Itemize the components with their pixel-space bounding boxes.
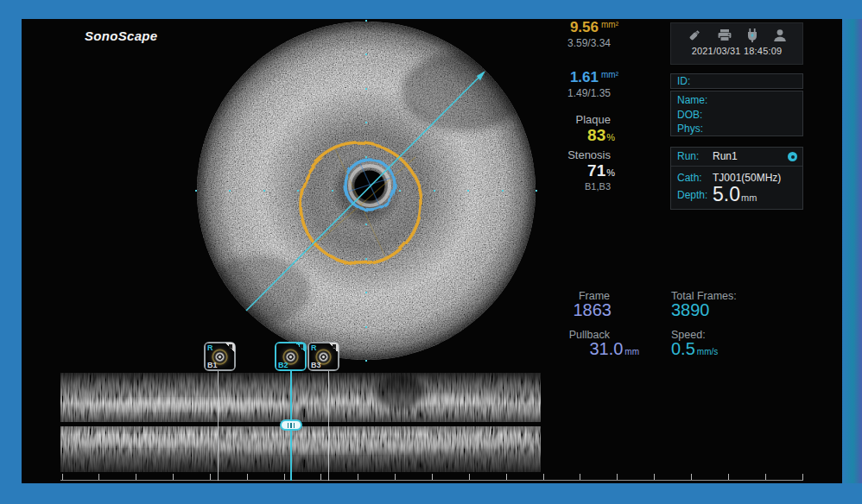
vessel-diameters: 3.59/3.34 <box>567 37 611 49</box>
ruler-tick <box>136 474 136 480</box>
bookmark-thumb-b3[interactable]: R B3 <box>307 342 339 371</box>
stenosis-reference-bookmarks: B1,B3 <box>585 181 611 192</box>
lumen-diameters: 1.49/1.35 <box>567 87 611 99</box>
scale-grid-dot <box>365 360 367 362</box>
ruler-tick <box>543 474 544 480</box>
frame-value: 1863 <box>574 300 612 320</box>
frame-slider-handle[interactable] <box>280 419 302 431</box>
ruler-tick <box>320 474 321 480</box>
vessel-area-unit: mm² <box>601 20 618 29</box>
scale-grid-dot <box>365 258 367 260</box>
toolbar-icon-row <box>671 23 802 43</box>
plaque-value: 83% <box>587 126 615 145</box>
ruler-tick <box>506 474 507 480</box>
scale-grid-dot <box>365 20 367 22</box>
stenosis-value: 71% <box>587 161 615 180</box>
depth-label: Depth: <box>677 189 707 201</box>
bookmark-thumb-b2[interactable]: B2 <box>275 342 307 371</box>
patient-info-panel: Name: DOB: Phys: <box>670 91 803 136</box>
patient-name-label: Name: <box>677 93 802 108</box>
power-plug-icon[interactable] <box>745 28 759 43</box>
ild-bottom-strip[interactable] <box>60 426 541 472</box>
recorded-marker: R <box>311 343 317 352</box>
user-icon[interactable] <box>772 28 788 43</box>
ruler-tick <box>654 474 655 480</box>
bookmark-line-b3[interactable] <box>328 371 329 481</box>
plaque-unit: % <box>606 132 615 142</box>
datetime-stamp: 2021/03/31 18:45:09 <box>671 46 802 56</box>
recorded-marker: R <box>207 343 213 352</box>
ruler-tick <box>358 474 358 480</box>
run-value: Run1 <box>713 148 738 165</box>
vessel-area-number: 9.56 <box>570 19 599 35</box>
scale-grid-dot <box>195 190 197 192</box>
scale-grid-dot <box>332 190 333 192</box>
brand-logo: SonoScape <box>85 28 157 43</box>
vessel-area-value: 9.56mm² <box>570 19 618 36</box>
pullback-value: 31.0mm <box>589 339 639 359</box>
usb-drive-icon[interactable] <box>686 28 703 43</box>
speed-number: 0.5 <box>671 339 695 358</box>
stenosis-unit: % <box>606 167 615 178</box>
run-info-panel: Run: Run1 Cath: TJ001(50MHz) Depth: 5.0m… <box>670 147 803 210</box>
ruler-tick <box>395 474 396 480</box>
plaque-label: Plaque <box>576 113 611 126</box>
speed-unit: mm/s <box>697 347 718 356</box>
pullback-number: 31.0 <box>589 339 623 358</box>
pullback-ruler <box>60 480 803 481</box>
scale-grid-dot <box>502 190 504 192</box>
total-frames-value: 3890 <box>671 300 710 320</box>
run-selector-row[interactable]: Run: Run1 <box>671 148 802 167</box>
scale-grid-dot <box>365 54 367 55</box>
catheter-label: Cath: <box>677 171 702 185</box>
patient-id-row: ID: <box>670 73 803 89</box>
scale-grid-dot <box>365 122 367 123</box>
shadow-region <box>206 255 310 324</box>
stenosis-number: 71 <box>587 161 605 180</box>
ruler-tick <box>62 474 63 480</box>
ruler-tick <box>580 474 580 480</box>
lumen-area-unit: mm² <box>601 70 618 79</box>
ruler-tick <box>802 474 803 480</box>
ruler-tick <box>765 474 766 480</box>
scale-grid-dot <box>263 190 265 192</box>
scale-grid-dot <box>297 190 299 192</box>
printer-icon[interactable] <box>716 28 733 43</box>
run-label: Run: <box>677 148 699 165</box>
bookmark-thumb-b1[interactable]: R B1 <box>204 342 236 371</box>
scale-grid-dot <box>365 292 367 293</box>
ivus-cross-section-image[interactable] <box>196 21 536 361</box>
ruler-tick <box>432 474 433 480</box>
system-toolbar-panel: 2021/03/31 18:45:09 <box>670 22 803 65</box>
depth-number: 5.0 <box>713 183 740 205</box>
ruler-tick <box>173 474 174 480</box>
lumen-area-value: 1.61mm² <box>570 69 618 86</box>
plaque-number: 83 <box>587 126 605 144</box>
ruler-tick <box>691 474 692 480</box>
ruler-tick <box>247 474 248 480</box>
bookmark-line-b1[interactable] <box>218 371 219 481</box>
ruler-tick <box>98 474 99 480</box>
depth-unit: mm <box>741 192 757 203</box>
scale-grid-dot <box>434 190 435 192</box>
ivus-workstation: SonoScape <box>0 0 862 504</box>
scale-grid-dot <box>365 326 367 328</box>
catheter-hole <box>355 171 385 201</box>
pullback-unit: mm <box>624 347 639 356</box>
bookmark-id: B1 <box>207 361 218 369</box>
scale-grid-dot <box>365 88 367 90</box>
run-info-icon[interactable] <box>788 152 797 161</box>
scale-grid-dot <box>536 190 537 192</box>
ruler-tick <box>210 474 211 480</box>
bookmark-id: B2 <box>278 361 288 369</box>
window-frame-left <box>0 19 22 483</box>
scale-grid-dot <box>229 190 231 192</box>
window-frame-top <box>0 0 862 19</box>
patient-phys-label: Phys: <box>677 122 802 136</box>
scale-grid-dot <box>365 156 367 158</box>
lumen-area-number: 1.61 <box>570 69 599 85</box>
scale-grid-dot <box>365 224 367 225</box>
ild-top-strip[interactable] <box>60 373 541 422</box>
patient-dob-label: DOB: <box>677 108 802 123</box>
bookmark-id: B3 <box>311 361 321 369</box>
